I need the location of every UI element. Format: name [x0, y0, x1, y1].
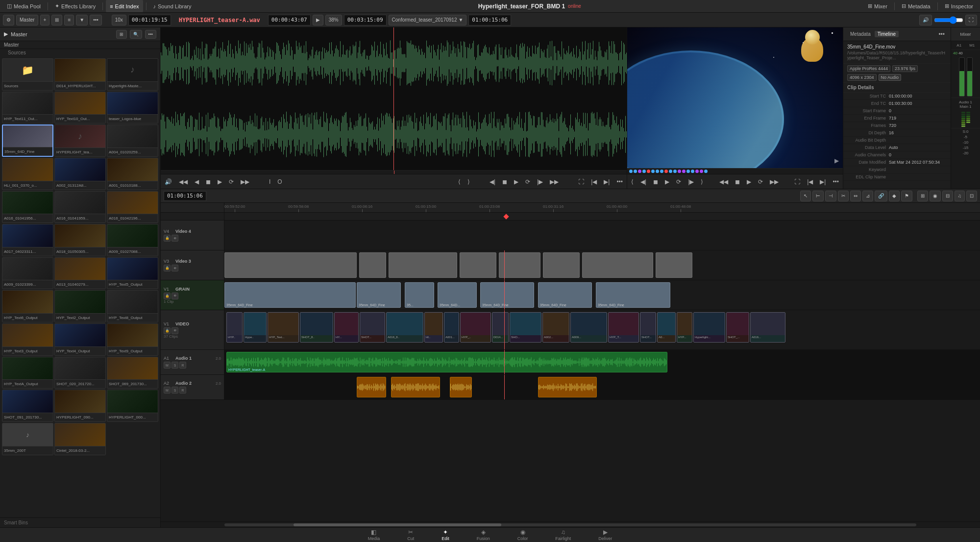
- nav-item-media-pool[interactable]: ◫ Media Pool: [3, 0, 45, 12]
- bottom-nav-media[interactable]: ◧ Media: [364, 528, 384, 542]
- toolbar-vol-btn[interactable]: 🔊: [919, 15, 932, 25]
- tab-metadata[interactable]: Metadata: [847, 31, 874, 37]
- video-eye-btn[interactable]: 👁: [172, 327, 178, 334]
- a2-clip-2[interactable]: [450, 377, 472, 397]
- v3-clip-0[interactable]: [224, 252, 357, 278]
- a1-main-clip[interactable]: HYPERLIGHT_teaser-A: [226, 352, 667, 372]
- video-clip-11[interactable]: SHO...: [510, 312, 541, 343]
- video-clip-1[interactable]: Hype..: [244, 312, 267, 343]
- program-marker-14[interactable]: [691, 170, 694, 173]
- source-prev-marker-btn[interactable]: ⟨: [456, 177, 463, 186]
- tl-color-btn[interactable]: ◉: [930, 191, 941, 201]
- media-thumb-4[interactable]: HYP_Text11_Out...: [2, 92, 53, 124]
- v3-clip-1[interactable]: [359, 252, 386, 278]
- toolbar-grid-btn[interactable]: ⊞: [51, 15, 62, 25]
- media-thumb-17[interactable]: A018_01050305...: [54, 224, 106, 256]
- nav-item-inspector[interactable]: ⊞ Inspector: [941, 0, 977, 12]
- pgm-step-fwd-btn[interactable]: |▶: [686, 177, 696, 186]
- pgm-fullscreen-btn[interactable]: ⛶: [792, 177, 802, 186]
- media-thumb-20[interactable]: A013_01040279...: [54, 257, 106, 290]
- tl-slip-tool[interactable]: ⇔: [850, 191, 861, 201]
- pgm-loop-btn[interactable]: ⟳: [674, 177, 683, 186]
- toolbar-settings-btn[interactable]: ⚙: [3, 15, 14, 25]
- sidebar-more-btn[interactable]: •••: [145, 30, 156, 39]
- media-thumb-14[interactable]: A016_01041959...: [54, 191, 106, 223]
- toolbar-zoom-label[interactable]: 10x: [112, 15, 126, 25]
- v3-clip-6[interactable]: [582, 252, 653, 278]
- tl-dynamic-trim[interactable]: ⊣: [825, 191, 836, 201]
- video-clip-16[interactable]: A0...: [657, 312, 676, 343]
- mixer-fader-a1[interactable]: [959, 57, 965, 97]
- media-thumb-30[interactable]: SHOT_069_201730...: [107, 357, 158, 389]
- media-thumb-19[interactable]: A009_01023399...: [2, 257, 53, 290]
- media-thumb-34[interactable]: ♪35mm_200T: [2, 423, 53, 455]
- program-marker-5[interactable]: [651, 170, 655, 173]
- source-jump-end-btn[interactable]: ▶▶: [548, 177, 561, 186]
- video-clip-0[interactable]: HYP..: [226, 312, 243, 343]
- pgm-next2-btn[interactable]: ▶▶: [768, 177, 781, 186]
- source-play2-btn[interactable]: ▶: [512, 177, 520, 186]
- media-thumb-9[interactable]: A004_01020259...: [107, 124, 158, 157]
- toolbar-arrow-btn[interactable]: ▶: [313, 15, 323, 25]
- video-clip-6[interactable]: A016_8..: [386, 312, 423, 343]
- toolbar-filter-btn[interactable]: ▼: [76, 15, 88, 25]
- a2-clip-3[interactable]: [538, 377, 597, 397]
- mixer-fader-m1[interactable]: [967, 57, 973, 97]
- toolbar-add-bin-btn[interactable]: +: [40, 15, 50, 25]
- source-next-clip-btn[interactable]: ▶|: [602, 177, 612, 186]
- video-clip-13[interactable]: A009...: [570, 312, 607, 343]
- tl-marker-btn[interactable]: ◆: [889, 191, 900, 201]
- media-thumb-35[interactable]: Cintel_2018-03-2...: [54, 423, 106, 455]
- v3-eye-btn[interactable]: 👁: [172, 265, 178, 271]
- v3-clip-5[interactable]: [543, 252, 580, 278]
- video-clip-7[interactable]: HI..: [424, 312, 443, 343]
- program-marker-7[interactable]: [660, 170, 663, 173]
- pgm-prev2-btn[interactable]: ◀◀: [717, 177, 730, 186]
- media-thumb-12[interactable]: A001_01010188...: [107, 158, 158, 190]
- v3-clip-3[interactable]: [460, 252, 496, 278]
- tl-link-btn[interactable]: 🔗: [875, 191, 887, 201]
- pgm-step-back-btn[interactable]: ◀|: [638, 177, 648, 186]
- source-stop-btn[interactable]: ◼: [204, 177, 213, 186]
- media-thumb-22[interactable]: HYP_Text6_Output: [2, 290, 53, 322]
- media-thumb-7[interactable]: 35mm_64D_Fine: [2, 124, 53, 157]
- grain-clip-3[interactable]: 35mm_64D...: [438, 282, 477, 308]
- bottom-nav-edit[interactable]: ✦ Edit: [438, 528, 453, 542]
- media-thumb-5[interactable]: HYP_Text10_Out...: [54, 92, 106, 124]
- source-mark-out-btn[interactable]: O: [275, 177, 284, 186]
- source-loop2-btn[interactable]: ⟳: [523, 177, 532, 186]
- bottom-nav-fairlight[interactable]: ♫ Fairlight: [551, 528, 575, 542]
- program-marker-8[interactable]: [664, 170, 668, 173]
- media-thumb-29[interactable]: SHOT_020_201720...: [54, 357, 106, 389]
- video-clip-17[interactable]: HYP...: [677, 312, 692, 343]
- grain-clip-1[interactable]: 35mm_64D_Fine: [357, 282, 401, 308]
- media-thumb-33[interactable]: HYPERLIGHT_000...: [107, 390, 158, 422]
- media-thumb-2[interactable]: D014_HYPERLIGHT...: [54, 58, 106, 91]
- source-fullscreen-btn[interactable]: ⛶: [576, 177, 586, 186]
- bottom-nav-color[interactable]: ◉ Color: [514, 528, 532, 542]
- nav-item-effects-library[interactable]: ✦ Effects Library: [51, 0, 99, 12]
- grain-clip-2[interactable]: 35...: [405, 282, 434, 308]
- a2-clip-0[interactable]: [357, 377, 386, 397]
- source-more-btn[interactable]: •••: [614, 177, 625, 186]
- video-clip-5[interactable]: SHOT...: [360, 312, 385, 343]
- program-marker-0[interactable]: [629, 170, 633, 173]
- program-marker-15[interactable]: [695, 170, 699, 173]
- media-thumb-27[interactable]: HYP_Text9_Output: [107, 323, 158, 356]
- media-thumb-13[interactable]: A016_01041956...: [2, 191, 53, 223]
- grain-lock-btn[interactable]: 🔒: [164, 293, 171, 299]
- media-thumb-18[interactable]: A009_01027088...: [107, 224, 158, 256]
- pgm-next-clip-btn[interactable]: ▶|: [818, 177, 828, 186]
- source-mark-in-btn[interactable]: I: [267, 177, 272, 186]
- video-clip-14[interactable]: HYP_T...: [608, 312, 639, 343]
- program-marker-2[interactable]: [638, 170, 641, 173]
- video-clip-2[interactable]: HYP_Text...: [268, 312, 299, 343]
- v4-eye-btn[interactable]: 👁: [172, 235, 178, 242]
- video-clip-20[interactable]: A016...: [750, 312, 785, 343]
- grain-clip-6[interactable]: 35mm_64D_Fine: [596, 282, 670, 308]
- pgm-prev-clip-btn[interactable]: |◀: [805, 177, 815, 186]
- program-marker-1[interactable]: [634, 170, 637, 173]
- tab-timeline[interactable]: Timeline: [875, 31, 899, 37]
- a1-mute-btn[interactable]: M: [164, 362, 171, 369]
- toolbar-list-btn[interactable]: ≡: [64, 15, 74, 25]
